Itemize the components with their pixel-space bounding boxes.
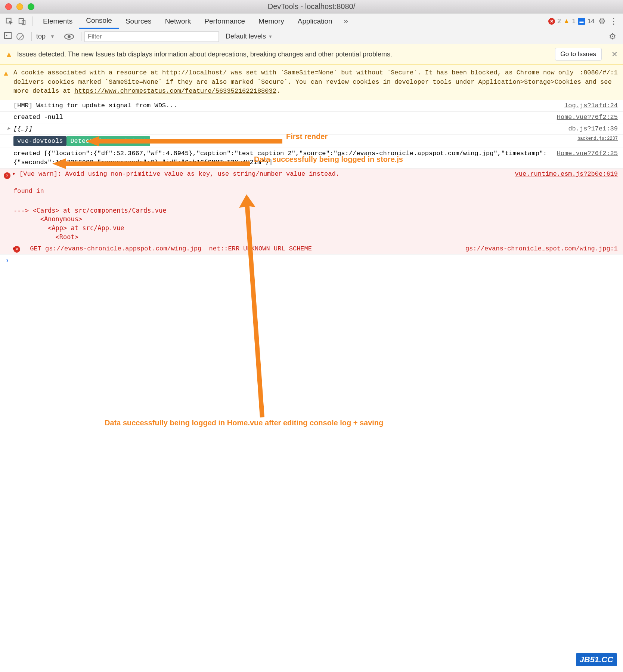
cookie-text-prefix: A cookie associated with a resource at — [13, 69, 162, 76]
cookie-text-suffix: . — [276, 87, 280, 95]
log-row-net-error: ✕ ▶ gs://evans-chronicle…spot.com/wing.j… — [0, 243, 623, 255]
tab-application[interactable]: Application — [291, 13, 339, 29]
issues-banner: ▲ Issues detected. The new Issues tab di… — [0, 44, 623, 65]
log-row-created-null: Home.vue?76f2:25 created -null — [0, 112, 623, 123]
info-count-icon: ▬ — [578, 18, 585, 25]
tabs-overflow-icon[interactable]: » — [339, 16, 353, 26]
source-link[interactable]: db.js?17e1:39 — [568, 124, 618, 133]
component-trace: ---> <Cards> at src/components/Cards.vue… — [13, 206, 618, 242]
divider — [31, 32, 32, 41]
request-url[interactable]: gs://evans-chronicle.appspot.com/wing.jp… — [45, 245, 201, 252]
log-text: created -null — [13, 114, 63, 121]
tab-console[interactable]: Console — [79, 13, 119, 29]
source-link[interactable]: Home.vue?76f2:25 — [557, 149, 618, 158]
svg-marker-6 — [86, 136, 282, 147]
found-in-label: found in — [13, 187, 618, 196]
issues-text: Issues detected. The new Issues tab disp… — [17, 50, 392, 58]
annotation-store: Data successfully being logged in store.… — [254, 155, 403, 164]
go-to-issues-button[interactable]: Go to Issues — [555, 48, 602, 61]
warning-triangle-icon: ▲ — [4, 68, 8, 79]
source-link[interactable]: log.js?1afd:24 — [564, 101, 618, 110]
warning-count-icon: ▲ — [563, 17, 570, 25]
svg-rect-1 — [19, 18, 24, 24]
tab-network[interactable]: Network — [158, 13, 198, 29]
chevron-down-icon: ▼ — [268, 34, 273, 39]
annotation-arrow — [52, 156, 252, 171]
log-row-hmr: log.js?1afd:24 [HMR] Waiting for update … — [0, 100, 623, 112]
svg-point-5 — [68, 35, 71, 38]
http-method: GET — [24, 245, 41, 252]
live-expression-eye-icon[interactable] — [64, 33, 74, 40]
annotation-first-render: First render — [286, 132, 328, 141]
window-title: DevTools - localhost:8080/ — [0, 2, 623, 11]
source-link[interactable]: backend.js:2237 — [577, 136, 618, 141]
console-prompt[interactable]: › — [0, 255, 623, 266]
source-link[interactable]: :8080/#/:1 — [580, 68, 618, 78]
source-link[interactable]: gs://evans-chronicle…spot.com/wing.jpg:1 — [465, 244, 618, 253]
device-toolbar-icon[interactable] — [17, 16, 27, 26]
devtools-tabbar: Elements Console Sources Network Perform… — [0, 13, 623, 29]
disclosure-triangle-icon[interactable]: ▶ — [13, 246, 15, 252]
console-toolbar: top ▼ Default levels ▼ ⚙ — [0, 29, 623, 44]
svg-marker-7 — [52, 158, 250, 169]
tab-performance[interactable]: Performance — [198, 13, 252, 29]
log-levels-select[interactable]: Default levels ▼ — [226, 33, 273, 40]
log-text: [Vue warn]: Avoid using non-primitive va… — [13, 170, 340, 178]
chromestatus-link[interactable]: https://www.chromestatus.com/feature/563… — [74, 87, 276, 95]
tab-sources[interactable]: Sources — [119, 13, 158, 29]
console-settings-gear-icon[interactable]: ⚙ — [609, 32, 616, 41]
svg-rect-3 — [4, 33, 11, 38]
log-text: [HMR] Waiting for update signal from WDS… — [13, 102, 177, 109]
execution-context-select[interactable]: top — [35, 32, 61, 41]
watermark-badge: JB51.CC — [576, 653, 617, 666]
error-icon: ✕ — [4, 171, 10, 180]
source-link[interactable]: vue.runtime.esm.js?2b0e:619 — [515, 170, 618, 179]
annotation-arrow — [220, 194, 273, 419]
cookie-warning-row: ▲ :8080/#/:1 A cookie associated with a … — [0, 65, 623, 100]
status-counts[interactable]: ✕ 2 ▲ 1 ▬ 14 — [548, 17, 595, 25]
tab-memory[interactable]: Memory — [252, 13, 291, 29]
divider — [81, 32, 81, 41]
disclosure-triangle-icon[interactable]: ▶ — [13, 171, 15, 177]
log-row-vue-warn: ✕ ▶ vue.runtime.esm.js?2b0e:619 [Vue war… — [0, 169, 623, 243]
inspect-element-icon[interactable] — [4, 16, 14, 26]
vue-devtools-badge: vue-devtools — [13, 136, 66, 146]
console-sidebar-toggle-icon[interactable] — [3, 32, 13, 41]
info-count: 14 — [588, 18, 595, 25]
annotation-home: Data successfully being logged in Home.v… — [105, 419, 383, 427]
tab-elements[interactable]: Elements — [36, 13, 79, 29]
clear-console-icon[interactable] — [16, 33, 24, 40]
log-text[interactable]: [{…}] — [13, 125, 32, 132]
log-levels-label: Default levels — [226, 33, 266, 40]
more-menu-icon[interactable]: ⋮ — [610, 16, 618, 26]
annotation-arrow — [86, 134, 284, 149]
cookie-url-link[interactable]: http://localhost/ — [162, 69, 227, 76]
warning-count: 1 — [572, 18, 576, 25]
chevron-down-icon: ▼ — [50, 34, 55, 39]
svg-marker-8 — [239, 194, 264, 417]
settings-gear-icon[interactable]: ⚙ — [598, 16, 606, 26]
close-banner-icon[interactable]: ✕ — [611, 50, 618, 59]
divider — [32, 16, 32, 26]
filter-input[interactable] — [84, 31, 219, 42]
disclosure-triangle-icon[interactable]: ▶ — [7, 126, 10, 132]
source-link[interactable]: Home.vue?76f2:25 — [557, 113, 618, 122]
warning-triangle-icon: ▲ — [5, 50, 13, 59]
window-titlebar: DevTools - localhost:8080/ — [0, 0, 623, 13]
error-count-icon: ✕ — [548, 18, 555, 25]
error-count: 2 — [557, 18, 561, 25]
